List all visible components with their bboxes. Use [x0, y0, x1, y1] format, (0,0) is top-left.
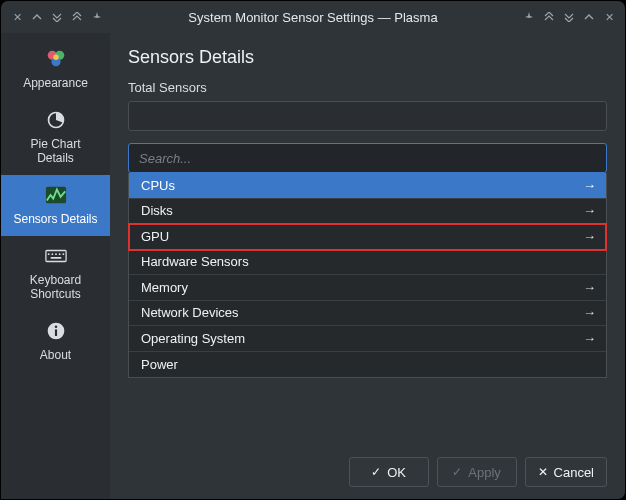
list-item[interactable]: Network Devices→	[129, 301, 606, 327]
arrow-right-icon: →	[580, 280, 596, 295]
sidebar-item-keyboard-shortcuts[interactable]: Keyboard Shortcuts	[1, 236, 110, 311]
arrow-right-icon: →	[580, 203, 596, 218]
check-icon: ✓	[452, 465, 462, 479]
total-sensors-label: Total Sensors	[128, 80, 607, 95]
content-filler	[128, 378, 607, 447]
button-bar: ✓ OK ✓ Apply ✕ Cancel	[128, 447, 607, 487]
sidebar-item-label: Keyboard Shortcuts	[30, 273, 81, 301]
arrow-right-icon: →	[580, 229, 596, 244]
cancel-button[interactable]: ✕ Cancel	[525, 457, 607, 487]
list-item-label: Operating System	[141, 331, 580, 346]
titlebar-keep-below-icon[interactable]	[47, 7, 67, 27]
svg-point-14	[54, 326, 57, 329]
list-item-label: Power	[141, 357, 596, 372]
arrow-right-icon: →	[580, 178, 596, 193]
titlebar-shade-icon-right[interactable]	[579, 7, 599, 27]
keyboard-icon	[44, 244, 68, 268]
body: Appearance Pie Chart Details	[1, 33, 625, 499]
list-item[interactable]: CPUs→	[129, 173, 606, 199]
svg-rect-15	[54, 329, 56, 336]
cancel-button-label: Cancel	[554, 465, 594, 480]
svg-rect-6	[45, 251, 65, 262]
list-item-label: Network Devices	[141, 305, 580, 320]
titlebar-shade-icon[interactable]	[27, 7, 47, 27]
content: Sensors Details Total Sensors CPUs→Disks…	[110, 33, 625, 499]
window: ✕ System Monitor Sensor Settings — Plasm…	[0, 0, 626, 500]
info-icon	[44, 319, 68, 343]
list-item-label: CPUs	[141, 178, 580, 193]
list-item[interactable]: Disks→	[129, 199, 606, 225]
sensors-details-icon	[44, 183, 68, 207]
titlebar: ✕ System Monitor Sensor Settings — Plasm…	[1, 1, 625, 33]
titlebar-keep-above-icon-right[interactable]	[539, 7, 559, 27]
total-sensors-field[interactable]	[128, 101, 607, 131]
list-item-label: Disks	[141, 203, 580, 218]
titlebar-keep-below-icon-right[interactable]	[559, 7, 579, 27]
sidebar: Appearance Pie Chart Details	[1, 33, 110, 499]
list-item[interactable]: Power	[129, 352, 606, 378]
sidebar-item-pie-chart-details[interactable]: Pie Chart Details	[1, 100, 110, 175]
list-item-label: GPU	[141, 229, 580, 244]
titlebar-pin-icon-right[interactable]	[519, 7, 539, 27]
search-input[interactable]	[128, 143, 607, 173]
list-item-label: Hardware Sensors	[141, 254, 596, 269]
ok-button[interactable]: ✓ OK	[349, 457, 429, 487]
apply-button[interactable]: ✓ Apply	[437, 457, 517, 487]
close-icon: ✕	[538, 465, 548, 479]
list-item[interactable]: GPU→	[129, 224, 606, 250]
titlebar-keep-above-icon[interactable]	[67, 7, 87, 27]
titlebar-close-icon[interactable]: ✕	[7, 7, 27, 27]
pie-chart-icon	[44, 108, 68, 132]
ok-button-label: OK	[387, 465, 406, 480]
appearance-icon	[44, 47, 68, 71]
titlebar-close-icon-right[interactable]: ✕	[599, 7, 619, 27]
sidebar-item-about[interactable]: About	[1, 311, 110, 372]
check-icon: ✓	[371, 465, 381, 479]
list-item[interactable]: Operating System→	[129, 326, 606, 352]
sidebar-item-appearance[interactable]: Appearance	[1, 39, 110, 100]
sidebar-item-label: Pie Chart Details	[30, 137, 80, 165]
sidebar-item-label: Sensors Details	[13, 212, 97, 226]
sensor-category-list: CPUs→Disks→GPU→Hardware SensorsMemory→Ne…	[128, 173, 607, 378]
apply-button-label: Apply	[468, 465, 501, 480]
list-item[interactable]: Memory→	[129, 275, 606, 301]
page-title: Sensors Details	[128, 47, 607, 68]
window-title: System Monitor Sensor Settings — Plasma	[107, 10, 519, 25]
list-item-label: Memory	[141, 280, 580, 295]
arrow-right-icon: →	[580, 331, 596, 346]
sidebar-item-sensors-details[interactable]: Sensors Details	[1, 175, 110, 236]
sidebar-item-label: About	[40, 348, 71, 362]
titlebar-pin-icon[interactable]	[87, 7, 107, 27]
list-item[interactable]: Hardware Sensors	[129, 250, 606, 276]
sidebar-filler	[1, 372, 110, 499]
arrow-right-icon: →	[580, 305, 596, 320]
sidebar-item-label: Appearance	[23, 76, 88, 90]
svg-point-3	[53, 54, 59, 60]
